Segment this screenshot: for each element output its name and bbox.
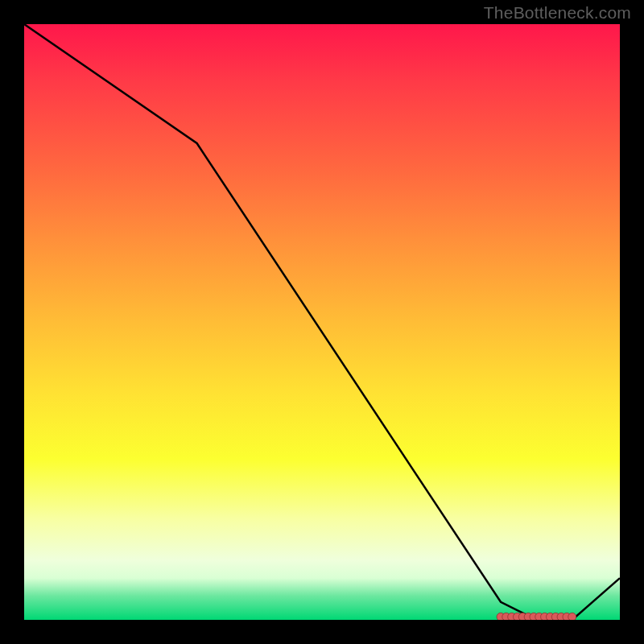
attribution-text: TheBottleneck.com xyxy=(484,3,631,23)
chart-gradient-background xyxy=(24,24,620,620)
chart-container: TheBottleneck.com xyxy=(0,0,644,644)
